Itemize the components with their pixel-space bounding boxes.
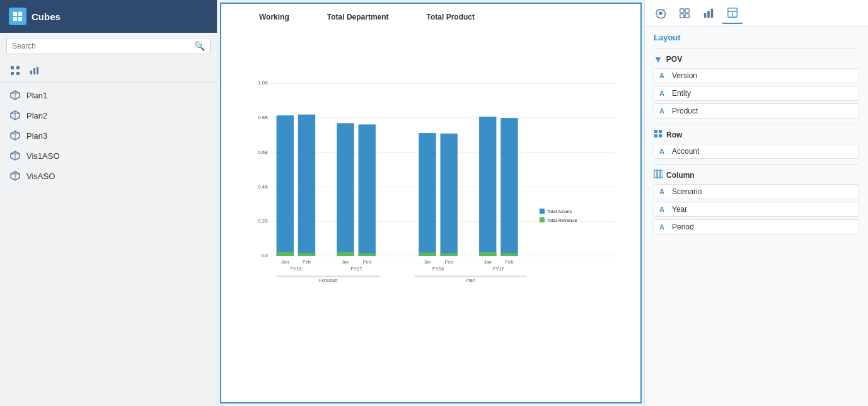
cube-name-visaso: VisASO [26,171,55,181]
row-account-item: A Account [654,144,859,159]
dim-a-icon-7: A [659,223,668,231]
row-icon [654,129,663,140]
svg-rect-72 [540,217,545,222]
svg-text:1.0B: 1.0B [258,80,267,86]
col-scenario-item: A Scenario [654,184,859,199]
cube-item-visaso[interactable]: VisASO [0,166,217,186]
svg-text:Jan: Jan [424,259,431,265]
dim-a-icon-6: A [659,206,668,213]
divider-1 [654,49,859,49]
svg-text:Forecast: Forecast [319,277,338,283]
svg-rect-46 [419,133,436,256]
svg-text:Feb: Feb [505,259,513,265]
svg-rect-86 [654,134,657,137]
cube-icon-5 [9,170,21,182]
svg-rect-38 [277,115,294,256]
col-scenario: Scenario [672,187,702,196]
sidebar-nav-grid-icon[interactable] [6,62,24,79]
cube-name-plan3: Plan3 [26,131,47,141]
svg-rect-53 [501,253,518,256]
search-icon: 🔍 [194,41,205,51]
pov-labels: Working Total Department Total Product [259,13,628,21]
col-period: Period [672,223,694,231]
svg-rect-7 [16,72,20,75]
sidebar-nav [0,59,217,83]
cube-item-vis1aso[interactable]: Vis1ASO [0,146,217,166]
svg-text:Jan: Jan [484,259,492,265]
sidebar-header: Cubes [0,0,217,33]
dim-a-icon: A [659,72,668,79]
cube-item-plan3[interactable]: Plan3 [0,125,217,146]
col-period-item: A Period [654,219,859,235]
settings-tab[interactable] [650,3,671,24]
pov-product-item: A Product [654,103,859,119]
col-year: Year [672,205,687,214]
pov-total-product: Total Product [427,13,475,21]
svg-text:0.8B: 0.8B [258,115,267,120]
svg-text:Plan: Plan [466,277,475,283]
svg-rect-48 [441,134,458,256]
svg-rect-3 [18,17,22,21]
svg-text:Feb: Feb [303,259,311,265]
divider-3 [654,164,859,165]
svg-rect-9 [33,68,35,74]
pov-entity-item: A Entity [654,86,859,101]
sidebar: Cubes 🔍 [0,0,217,406]
svg-rect-77 [685,13,689,17]
pov-version-item: A Version [654,68,859,83]
svg-rect-51 [479,252,496,256]
svg-text:FY16: FY16 [432,266,444,272]
svg-rect-41 [298,253,315,256]
svg-rect-45 [359,253,376,256]
cube-item-plan2[interactable]: Plan2 [0,105,217,125]
svg-rect-79 [707,11,710,18]
dim-a-icon-3: A [659,107,668,115]
cube-name-plan1: Plan1 [26,91,47,100]
svg-rect-43 [337,252,354,256]
app-title: Cubes [32,11,61,22]
svg-text:FY17: FY17 [493,266,504,272]
svg-text:0.0: 0.0 [261,253,267,258]
svg-rect-1 [18,12,22,16]
cube-list: Plan1 Plan2 Plan3 [0,83,217,188]
svg-rect-2 [13,17,17,21]
right-panel-content: Layout ▼ POV A Version A Entity A Produc… [645,26,868,406]
column-section-header: Column [654,170,859,180]
pov-product: Product [672,107,698,115]
svg-rect-4 [11,66,14,69]
chart-tab[interactable] [698,3,719,24]
svg-rect-8 [30,71,32,74]
search-input[interactable] [12,42,190,50]
row-label: Row [666,130,682,139]
svg-rect-85 [659,130,662,133]
svg-rect-87 [659,134,662,137]
right-panel: Layout ▼ POV A Version A Entity A Produc… [644,0,868,406]
cube-item-plan1[interactable]: Plan1 [0,85,217,105]
svg-rect-70 [540,209,545,214]
chart-container: Working Total Department Total Product 1… [221,4,640,402]
col-year-item: A Year [654,202,859,217]
svg-text:FY17: FY17 [350,266,362,272]
pov-label: POV [666,55,682,64]
divider-2 [654,124,859,124]
svg-rect-42 [337,123,354,256]
chart-svg: 1.0B 0.8B 0.6B 0.4B 0.2B 0.0 [253,25,628,353]
svg-rect-90 [661,170,663,178]
search-bar[interactable]: 🔍 [6,38,211,54]
app-logo [9,8,26,25]
svg-text:Jan: Jan [342,259,349,265]
svg-text:0.6B: 0.6B [258,149,267,155]
svg-rect-49 [441,253,458,256]
svg-rect-47 [419,253,436,256]
svg-rect-0 [13,12,17,16]
sidebar-nav-chart-icon[interactable] [25,62,43,79]
grid-tab[interactable] [674,3,695,24]
svg-rect-89 [657,170,660,178]
svg-rect-50 [479,117,496,256]
row-account: Account [672,147,699,156]
layout-tab[interactable] [722,3,743,24]
cube-icon-4 [9,149,21,162]
svg-rect-75 [685,8,689,12]
column-label: Column [666,171,695,180]
cube-icon [9,89,21,102]
